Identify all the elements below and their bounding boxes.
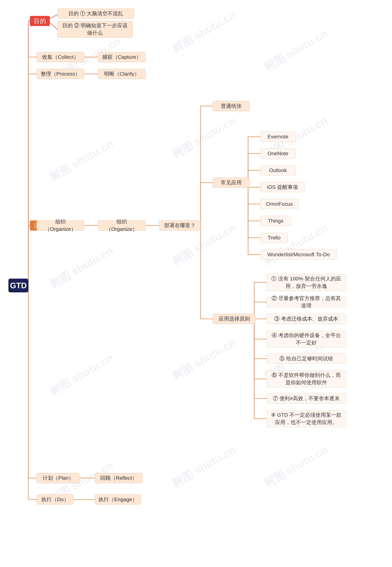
- putong-label: 普通纸张: [221, 102, 242, 110]
- p4-node: ④ 考虑你的硬件设备，全平台不一定好: [266, 331, 346, 347]
- mingxi-node: 明晰（Clarify）: [98, 69, 145, 79]
- watermark: 树图 shutu.cn: [169, 8, 238, 56]
- outlook-node: Outlook: [260, 165, 295, 175]
- mudi1-node: 目的 ① 大脑清空不混乱: [57, 9, 134, 19]
- yingyong-label: 应用选择原则: [219, 315, 250, 322]
- bushu-label: 部署在哪里？: [164, 222, 196, 229]
- outlook-label: Outlook: [269, 167, 287, 174]
- zhengli-node: 整理（Process）: [37, 69, 84, 79]
- putong-node: 普通纸张: [213, 101, 250, 111]
- evernote-node: Evernote: [260, 132, 295, 142]
- root-node: GTD: [8, 279, 28, 292]
- wunderlist-label: Wunderlist/Microsoft To-Do: [267, 251, 330, 258]
- shouji-node: 收集（Collect）: [37, 52, 84, 62]
- p5-node: ⑤ 给自己足够时间试错: [266, 354, 346, 364]
- p2-label: ② 尽量参考官方推荐，总有其道理: [269, 295, 343, 309]
- omnifocus-label: OmniFocus: [266, 200, 293, 208]
- zhixing1-node: 执行（Do）: [37, 495, 73, 505]
- wunderlist-node: Wunderlist/Microsoft To-Do: [260, 249, 337, 260]
- huigu-label: 回顾（Reflect）: [100, 474, 137, 482]
- omnifocus-node: OmniFocus: [260, 199, 299, 209]
- onenote-label: OneNote: [267, 150, 288, 157]
- watermark: 树图 shutu.cn: [169, 113, 238, 162]
- p1-node: ① 没有 100% 契合任何人的应用，放弃一劳永逸: [266, 274, 346, 291]
- bushu-node: 部署在哪里？: [159, 221, 201, 231]
- p8-label: ⑧ GTD 不一定必须使用某一款应用，也不一定使用应用。: [269, 411, 343, 426]
- mind-map: 树图 shutu.cn 树图 shutu.cn 树图 shutu.cn 树图 s…: [0, 0, 392, 567]
- huigu-node: 回顾（Reflect）: [95, 473, 142, 483]
- trello-label: Trello: [268, 234, 280, 241]
- zuzhi2-node: 组织（Organize）: [98, 221, 145, 231]
- watermark: 树图 shutu.cn: [47, 351, 116, 399]
- p4-label: ④ 考虑你的硬件设备，全平台不一定好: [269, 332, 343, 346]
- mudi1-label: 目的 ① 大脑清空不混乱: [68, 10, 123, 17]
- mudi2-label: 目的 ② 明确知道下一步应该做什么: [60, 22, 129, 36]
- p8-node: ⑧ GTD 不一定必须使用某一款应用，也不一定使用应用。: [266, 410, 346, 427]
- jihua-label: 计划（Plan）: [42, 474, 74, 482]
- p7-node: ⑦ 便利≠高效，不要舍本逐末: [266, 393, 346, 403]
- evernote-label: Evernote: [267, 133, 288, 140]
- trello-node: Trello: [260, 233, 288, 243]
- root-label: GTD: [10, 280, 27, 291]
- zuzhi1-label: 组织（Organize）: [40, 218, 81, 233]
- changjian-node: 常见应用: [213, 178, 250, 188]
- mingxi-label: 明晰（Clarify）: [104, 70, 140, 78]
- zhuohuo-node: 捕获（Capture）: [98, 52, 145, 62]
- p7-label: ⑦ 便利≠高效，不要舍本逐末: [273, 395, 340, 402]
- watermark: 树图 shutu.cn: [169, 335, 238, 384]
- mudi-label: 目的: [34, 17, 46, 25]
- p6-node: ⑥ 不是软件帮你做到什么，而是你如何使用软件: [266, 371, 346, 387]
- zhixing1-label: 执行（Do）: [41, 496, 69, 503]
- p3-node: ③ 考虑迁移成本、放弃成本: [266, 314, 346, 324]
- things-node: Things: [260, 216, 291, 226]
- p3-label: ③ 考虑迁移成本、放弃成本: [274, 315, 338, 322]
- shouji-label: 收集（Collect）: [42, 54, 79, 61]
- mudi2-node: 目的 ② 明确知道下一步应该做什么: [57, 21, 132, 38]
- zhuohuo-label: 捕获（Capture）: [102, 54, 141, 61]
- ios-label: iOS 提醒事项: [267, 183, 298, 191]
- things-label: Things: [268, 217, 283, 224]
- p5-label: ⑤ 给自己足够时间试错: [280, 355, 333, 362]
- p1-label: ① 没有 100% 契合任何人的应用，放弃一劳永逸: [269, 275, 343, 290]
- watermark: 树图 shutu.cn: [261, 443, 330, 491]
- watermark: 树图 shutu.cn: [261, 221, 330, 269]
- onenote-node: OneNote: [260, 149, 295, 159]
- zhixing2-label: 执行（Engage）: [98, 496, 137, 503]
- p2-node: ② 尽量参考官方推荐，总有其道理: [266, 297, 346, 307]
- zuzhi1-node: 组织（Organize）: [37, 221, 84, 231]
- p6-label: ⑥ 不是软件帮你做到什么，而是你如何使用软件: [269, 372, 343, 386]
- yingyong-node: 应用选择原则: [213, 314, 256, 324]
- watermark: 树图 shutu.cn: [169, 443, 238, 491]
- watermark: 树图 shutu.cn: [47, 136, 116, 184]
- jihua-node: 计划（Plan）: [37, 473, 80, 483]
- ios-node: iOS 提醒事项: [260, 182, 305, 192]
- zhengli-label: 整理（Process）: [41, 70, 80, 78]
- zuzhi2-label: 组织（Organize）: [101, 218, 142, 233]
- zhixing2-node: 执行（Engage）: [95, 495, 141, 505]
- mudi-node: 目的: [30, 16, 50, 26]
- changjian-label: 常见应用: [221, 179, 242, 186]
- watermark: 树图 shutu.cn: [47, 243, 116, 292]
- watermark: 树图 shutu.cn: [261, 26, 330, 74]
